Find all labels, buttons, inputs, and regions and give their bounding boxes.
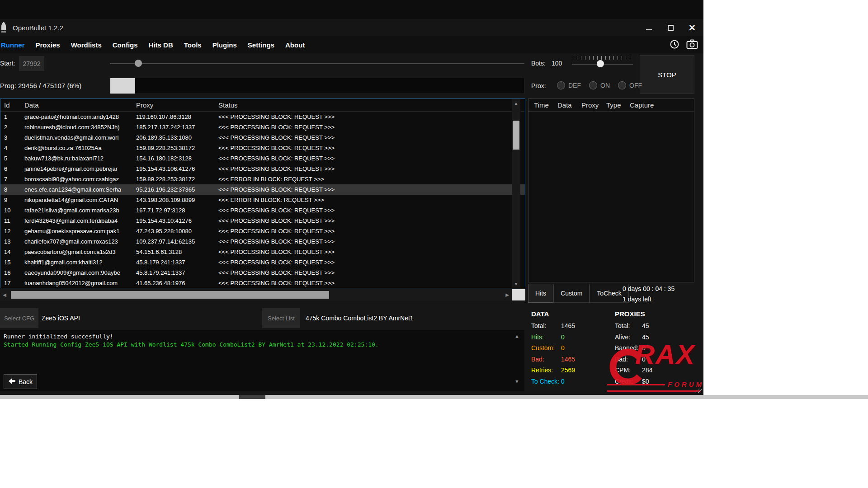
stat-data-total: Total:1465 [531,322,613,330]
table-row[interactable]: 7boroscsabi90@yahoo.com:csabigaz159.89.2… [0,174,525,184]
progress-label: Prog: 29456 / 475107 (6%) [0,82,81,89]
slider-thumb[interactable] [135,60,142,67]
table-row[interactable]: 3duelistman.vendas@gmail.com:worl206.189… [0,132,525,143]
table-row[interactable]: 8enes.efe.can1234@gmail.com:Serha95.216.… [0,184,525,195]
log-area: Runner initialized succesfully!Started R… [0,330,524,391]
menu-item-configs[interactable]: Configs [113,41,138,49]
menu-item-plugins[interactable]: Plugins [212,41,237,49]
column-header-status[interactable]: Status [215,101,525,109]
camera-icon[interactable] [686,39,698,51]
table-row[interactable]: 4derik@iburst.co.za:761025Aa159.89.228.2… [0,143,525,153]
stat-value: $0 [642,378,649,385]
prox-option-off[interactable]: OFF [618,81,642,89]
cell-status: <<< PROCESSING BLOCK: REQUEST >>> [215,143,525,153]
scroll-right-icon[interactable]: ▶ [503,289,512,300]
cell-status: <<< ERROR IN BLOCK: REQUEST >>> [215,174,525,184]
prox-option-def[interactable]: DEF [557,81,581,89]
cell-id: 13 [0,236,21,247]
bots-value[interactable]: 100 [552,60,562,67]
cell-id: 4 [0,143,21,153]
data-stats: DATA Total:1465Hits:0Custom:0Bad:1465Ret… [531,310,613,389]
column-header-proxy[interactable]: Proxy [581,101,606,109]
history-icon[interactable] [669,39,680,52]
cell-data: rafae21lsilva@gmail.com:marisa23b [21,205,132,216]
table-row[interactable]: 1grace-paito@hotmail.com:andy1428119.160… [0,112,525,122]
table-row[interactable]: 10rafae21lsilva@gmail.com:marisa23b167.7… [0,205,525,216]
tab-hits[interactable]: Hits [528,284,553,303]
back-button[interactable]: Back [4,374,37,389]
start-value-input[interactable]: 27992 [19,56,44,71]
tab-custom[interactable]: Custom [553,284,590,303]
slider-ticks [573,56,632,60]
table-row[interactable]: 5bakuw713@bk.ru:balaxani712154.16.180.18… [0,153,525,164]
cell-data: bakuw713@bk.ru:balaxani712 [21,153,132,164]
column-header-id[interactable]: Id [0,101,21,109]
minimize-icon [646,29,652,30]
stat-label: Retries: [531,366,561,374]
taskbar-strip [0,395,868,399]
column-header-type[interactable]: Type [606,101,630,109]
column-header-data[interactable]: Data [557,101,581,109]
progress-slider[interactable] [110,60,524,68]
scroll-left-icon[interactable]: ◀ [0,289,9,300]
table-row[interactable]: 6janine14pebre@gmail.com:pebrejar195.154… [0,164,525,174]
horizontal-scroll-thumb[interactable] [11,291,329,299]
select-cfg-button[interactable]: Select CFG [0,308,38,328]
minimize-button[interactable] [644,23,654,33]
table-row[interactable]: 15khaitlff1@gmail.com:khaitl31245.8.179.… [0,257,525,267]
menu-item-settings[interactable]: Settings [248,41,274,49]
scroll-down-icon[interactable]: ▼ [512,280,520,288]
log-scroll-up-icon[interactable]: ▲ [514,333,519,339]
log-scroll-down-icon[interactable]: ▼ [514,379,519,384]
menu-item-wordlists[interactable]: Wordlists [71,41,102,49]
table-row[interactable]: 2robinsuresh@icloud.com:34852NJh)185.217… [0,122,525,132]
taskbar-item[interactable] [239,395,265,399]
cell-data: grace-paito@hotmail.com:andy1428 [21,112,132,122]
stat-label: Alive: [615,333,642,341]
prox-option-on[interactable]: ON [589,81,610,89]
stat-data-tocheck: To Check:0 [531,378,613,385]
titlebar[interactable]: OpenBullet 1.2.2 ✕ [0,19,703,36]
column-header-time[interactable]: Time [534,101,557,109]
table-row[interactable]: 12gehamu@onekisspresave.com:pak147.243.9… [0,226,525,236]
vertical-scroll-thumb[interactable] [513,121,519,150]
results-table[interactable]: Id Data Proxy Status 1grace-paito@hotmai… [0,99,525,288]
table-row[interactable]: 16eaeoyunda0909@gmail.com:90aybe45.8.179… [0,267,525,278]
table-row[interactable]: 9nikopandetta14@gmail.com:CATAN143.198.2… [0,195,525,205]
cell-proxy: 167.71.72.97:3128 [132,205,215,216]
timer-block: 0 days 00 : 04 : 35 1 days left [623,284,675,305]
table-row[interactable]: 17tuananhdang05042012@gmail.com41.65.236… [0,278,525,288]
stat-proxies-alive: Alive:45 [615,333,692,341]
slider-thumb[interactable] [597,60,604,67]
cell-id: 7 [0,174,21,184]
menu-item-runner[interactable]: Runner [1,41,25,49]
bots-slider[interactable] [572,55,633,71]
close-button[interactable]: ✕ [687,23,697,33]
table-row[interactable]: 13charliefox707@gmail.com:roxas123109.23… [0,236,525,247]
menu-item-hits-db[interactable]: Hits DB [149,41,173,49]
progress-fill [110,78,135,94]
elapsed-time: 0 days 00 : 04 : 35 [623,284,675,294]
data-stats-title: DATA [531,310,613,318]
vertical-scrollbar[interactable]: ▲ ▼ [512,99,520,288]
stat-data-custom: Custom:0 [531,344,613,352]
column-header-capture[interactable]: Capture [630,101,694,109]
bots-label: Bots: [531,60,546,67]
resize-grip[interactable] [693,385,702,393]
table-row[interactable]: 14paescobartoro@gmail.com:a1s2d354.151.6… [0,247,525,257]
back-label: Back [19,378,33,385]
column-header-proxy[interactable]: Proxy [132,101,215,109]
select-list-button[interactable]: Select List [262,308,300,328]
menu-item-tools[interactable]: Tools [184,41,202,49]
scroll-up-icon[interactable]: ▲ [512,99,520,107]
cell-proxy: 143.198.208.109:8899 [132,195,215,205]
table-row[interactable]: 11ferdi432643@gmail.com:ferdibaba4195.15… [0,216,525,226]
maximize-button[interactable] [665,23,675,33]
menu-item-about[interactable]: About [285,41,305,49]
column-header-data[interactable]: Data [21,101,132,109]
horizontal-scrollbar[interactable]: ◀ ▶ [0,289,512,300]
cell-id: 16 [0,267,21,278]
menu-item-proxies[interactable]: Proxies [36,41,60,49]
stop-button[interactable]: STOP [640,55,694,94]
cell-status: <<< PROCESSING BLOCK: REQUEST >>> [215,205,525,216]
